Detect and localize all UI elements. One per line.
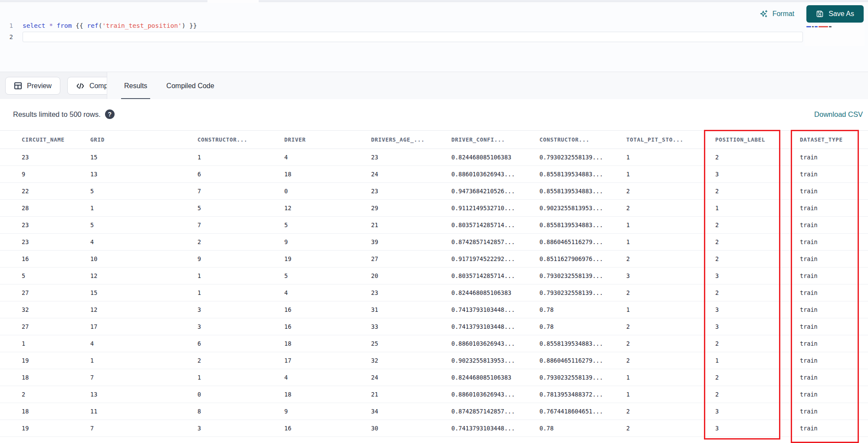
table-cell: 0.7413793103448... <box>451 318 539 335</box>
code-token-plain: ) }} <box>182 22 197 29</box>
table-row: 231514230.8244680851063830.7930232558139… <box>0 149 868 166</box>
code-token-plain: {{ <box>72 22 87 29</box>
table-row: 1610919270.9171974522292...0.85116279069… <box>0 251 868 268</box>
table-cell: 0.7930232558139... <box>539 284 626 301</box>
table-cell: 3 <box>715 301 800 318</box>
results-info-bar: Results limited to 500 rows. ? Download … <box>0 99 868 130</box>
code-token-plain <box>53 22 57 29</box>
table-cell: 7 <box>197 183 284 200</box>
table-cell: 18 <box>284 335 371 352</box>
code-icon <box>76 82 85 90</box>
help-icon[interactable]: ? <box>105 109 115 119</box>
table-cell: 1 <box>197 369 284 386</box>
column-header[interactable]: DRIVERS_AGE_... <box>371 131 451 149</box>
table-cell: 1 <box>90 200 197 217</box>
table-cell: 4 <box>90 335 197 352</box>
table-cell: 1 <box>626 301 715 318</box>
active-file-tab[interactable] <box>207 0 259 2</box>
code-token-function: ref <box>87 22 98 29</box>
table-cell: 2 <box>715 251 800 268</box>
column-header[interactable]: GRID <box>90 131 197 149</box>
code-token-keyword: from <box>57 22 72 29</box>
save-as-label: Save As <box>829 10 854 18</box>
table-cell: 0.8860103626943... <box>451 166 539 183</box>
tab-compiled-code[interactable]: Compiled Code <box>164 72 216 99</box>
column-header[interactable]: DRIVER <box>284 131 371 149</box>
table-cell: 2 <box>715 386 800 403</box>
table-cell: 1 <box>715 352 800 369</box>
table-cell: 0.7413793103448... <box>451 301 539 318</box>
table-cell: 1 <box>715 200 800 217</box>
table-row: 23575210.8035714285714...0.8558139534883… <box>0 217 868 234</box>
table-cell: 0.8742857142857... <box>451 234 539 251</box>
table-cell: 23 <box>0 149 90 166</box>
editor-minimap[interactable] <box>805 25 865 46</box>
table-row: 2717316330.7413793103448...0.7823train <box>0 318 868 335</box>
table-cell: 0.8860465116279... <box>539 352 626 369</box>
save-as-button[interactable]: Save As <box>806 5 864 23</box>
table-cell: 2 <box>626 403 715 420</box>
editor-cursor-line[interactable] <box>23 32 803 42</box>
table-cell: train <box>800 420 868 437</box>
table-cell: 3 <box>626 268 715 284</box>
table-cell: 3 <box>197 420 284 437</box>
column-header[interactable]: TOTAL_PIT_STO... <box>626 131 715 149</box>
table-cell: 2 <box>197 352 284 369</box>
table-cell: train <box>800 149 868 166</box>
code-token-plain <box>45 22 49 29</box>
results-table-wrap: CIRCUIT_NAMEGRIDCONSTRUCTOR...DRIVERDRIV… <box>0 130 868 437</box>
table-cell: 0.824468085106383 <box>451 369 539 386</box>
table-cell: train <box>800 386 868 403</box>
column-header[interactable]: POSITION_LABEL <box>715 131 800 149</box>
table-cell: train <box>800 217 868 234</box>
column-header[interactable]: CONSTRUCTOR... <box>539 131 626 149</box>
table-cell: 4 <box>284 149 371 166</box>
toolbar-buttons: Preview Compile <box>5 77 124 95</box>
table-cell: 30 <box>371 420 451 437</box>
preview-button[interactable]: Preview <box>5 77 60 95</box>
table-cell: 1 <box>197 268 284 284</box>
table-cell: 27 <box>0 318 90 335</box>
table-cell: 13 <box>90 386 197 403</box>
table-cell: train <box>800 335 868 352</box>
column-header[interactable]: CIRCUIT_NAME <box>0 131 90 149</box>
tab-results-label: Results <box>124 82 147 90</box>
table-cell: train <box>800 166 868 183</box>
column-header[interactable]: CONSTRUCTOR... <box>197 131 284 149</box>
table-cell: 27 <box>371 251 451 268</box>
column-header[interactable]: DRIVER_CONFI... <box>451 131 539 149</box>
table-cell: 9 <box>0 166 90 183</box>
table-row: 213018210.8860103626943...0.781395348837… <box>0 386 868 403</box>
table-cell: 27 <box>0 284 90 301</box>
table-cell: 23 <box>371 149 451 166</box>
table-cell: 2 <box>626 284 715 301</box>
table-cell: 28 <box>0 200 90 217</box>
table-row: 913618240.8860103626943...0.855813953488… <box>0 166 868 183</box>
table-cell: 23 <box>0 217 90 234</box>
format-button[interactable]: Format <box>760 10 795 18</box>
download-csv-link[interactable]: Download CSV <box>814 110 863 119</box>
table-cell: 17 <box>90 318 197 335</box>
table-cell: 2 <box>626 183 715 200</box>
preview-label: Preview <box>27 82 52 90</box>
table-cell: 32 <box>0 301 90 318</box>
results-limit-info: Results limited to 500 rows. ? <box>13 109 115 119</box>
table-cell: 16 <box>284 301 371 318</box>
table-cell: 1 <box>90 352 197 369</box>
table-cell: 29 <box>371 200 451 217</box>
code-line-2[interactable]: 2 <box>0 31 803 43</box>
table-cell: train <box>800 318 868 335</box>
table-cell: 2 <box>626 335 715 352</box>
tab-results[interactable]: Results <box>122 72 149 99</box>
table-cell: 2 <box>715 369 800 386</box>
code-line-1[interactable]: 1 select * from {{ ref('train_test_posit… <box>0 20 803 31</box>
table-cell: 3 <box>715 166 800 183</box>
code-area[interactable]: 1 select * from {{ ref('train_test_posit… <box>0 20 803 43</box>
table-cell: 0.78 <box>539 318 626 335</box>
sql-editor[interactable]: Format Save As 1 select * from {{ ref( <box>0 3 868 72</box>
table-cell: train <box>800 352 868 369</box>
sparkles-icon <box>760 10 768 18</box>
column-header[interactable]: DATASET_TYPE <box>800 131 868 149</box>
table-cell: 0.78 <box>539 420 626 437</box>
table-cell: train <box>800 268 868 284</box>
